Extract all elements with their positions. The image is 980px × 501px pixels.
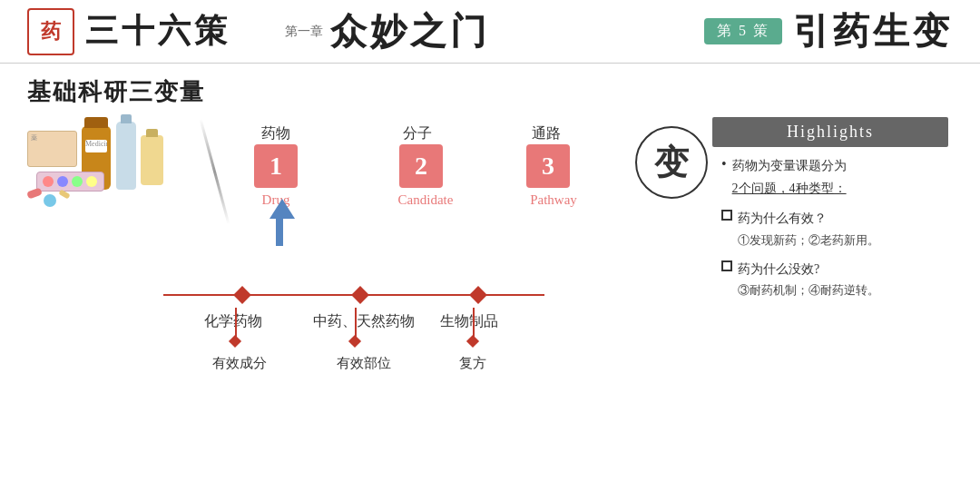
logo-text: 药: [41, 18, 61, 45]
variable-3-sublabel: Pathway: [522, 192, 585, 208]
chapter-title: 众妙之门: [330, 6, 490, 56]
timeline-label-1: 化学药物: [204, 312, 262, 331]
bullet-dot-1: •: [721, 154, 727, 174]
variable-3-label: 通路: [524, 124, 561, 143]
strategy-title: 引药生变: [793, 6, 953, 56]
highlight-bullet-3: 药为什么没效?: [721, 258, 939, 280]
sub-diamond-2: [348, 335, 361, 348]
variable-3-num: 3: [526, 144, 570, 188]
square-bullet-1: [721, 210, 732, 221]
timeline-label-3: 生物制品: [440, 312, 498, 331]
highlight-text-1: 药物为变量课题分为 2个问题，4种类型：: [732, 154, 847, 200]
diamond-1: [233, 286, 251, 304]
variable-2-sublabel: Candidate: [395, 192, 456, 208]
sub-label-2: 有效部位: [337, 355, 391, 372]
sub-label-3: 复方: [459, 355, 486, 372]
strategy-num: 第 5 策: [704, 18, 782, 44]
bottle-3: [141, 135, 163, 185]
variable-1-label: 药物: [252, 124, 290, 143]
bian-circle: 变: [635, 126, 708, 199]
main-title: 三十六策: [85, 9, 230, 54]
strategy-badge: 第 5 策 引药生变: [704, 6, 953, 56]
bottle-2: [116, 122, 136, 190]
arrow-up: [270, 199, 295, 219]
sub-label-1: 有效成分: [212, 355, 267, 372]
highlights-box: Highlights • 药物为变量课题分为 2个问题，4种类型：: [712, 117, 948, 315]
sub-diamond-1: [229, 335, 241, 348]
arrow-shaft: [276, 219, 283, 246]
highlight-label-1: 药为什么有效？: [738, 207, 827, 230]
variable-2-label: 分子: [399, 124, 432, 143]
timeline-line: [163, 294, 544, 296]
square-bullet-2: [721, 260, 732, 271]
highlight-bullet-2: 药为什么有效？: [721, 207, 939, 230]
diagram-area: Medicine: [18, 117, 962, 501]
highlight-sub-1: ①发现新药；②老药新用。: [721, 231, 939, 250]
diamond-2: [351, 286, 369, 304]
variable-1-num: 1: [254, 144, 298, 188]
highlight-item-2: 药为什么有效？ ①发现新药；②老药新用。: [721, 207, 939, 250]
main-content: Medicine: [0, 117, 980, 501]
medicines-illustration: Medicine: [27, 122, 200, 221]
highlight-bullet-1: • 药物为变量课题分为 2个问题，4种类型：: [721, 154, 939, 200]
pill-pack: [36, 172, 104, 192]
logo-box: 药: [27, 8, 74, 55]
highlights-header: Highlights: [712, 117, 948, 147]
diamond-3: [469, 286, 487, 304]
chapter-label: 第一章: [285, 24, 323, 40]
highlight-label-2: 药为什么没效?: [738, 258, 819, 280]
highlight-item-1: • 药物为变量课题分为 2个问题，4种类型：: [721, 154, 939, 200]
medicine-box: 薬: [27, 131, 77, 167]
highlight-sub-2: ③耐药机制；④耐药逆转。: [721, 280, 939, 300]
sub-diamond-3: [466, 335, 479, 348]
header: 药 三十六策 第一章 众妙之门 第 5 策 引药生变: [0, 0, 980, 64]
variable-2-num: 2: [399, 144, 443, 188]
highlights-content: • 药物为变量课题分为 2个问题，4种类型： 药为什么有效？ ①发现新药；②老药…: [712, 147, 948, 315]
slash-divider: [200, 119, 230, 225]
subtitle: 基础科研三变量: [0, 64, 980, 117]
timeline-label-2: 中药、天然药物: [313, 312, 415, 331]
highlight-item-3: 药为什么没效? ③耐药机制；④耐药逆转。: [721, 258, 939, 300]
